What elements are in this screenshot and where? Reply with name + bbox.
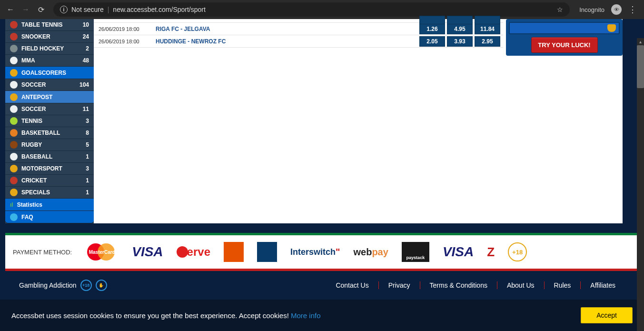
sidebar-item-baseball[interactable]: BASEBALL1 (5, 151, 94, 163)
sidebar-item-specials[interactable]: SPECIALS1 (5, 187, 94, 199)
scroll-up-arrow[interactable]: ▴ (637, 38, 644, 45)
sidebar-item-soccer[interactable]: SOCCER11 (5, 103, 94, 115)
browser-toolbar: ← → ⟳ i Not secure | new.accessbet.com/S… (0, 0, 644, 19)
payment-label: PAYMENT METHOD: (13, 249, 72, 256)
security-label: Not secure (71, 6, 104, 13)
sidebar-item-field-hockey[interactable]: FIELD HOCKEY2 (5, 43, 94, 55)
label: TENNIS (21, 118, 42, 124)
label: BASKETBALL (21, 130, 60, 136)
sidebar-item-rugby[interactable]: RUGBY5 (5, 139, 94, 151)
trophy-icon (10, 93, 18, 101)
match-date: 26/06/2019 18:00 (94, 39, 156, 44)
label: CRICKET (21, 177, 47, 184)
count: 10 (83, 21, 89, 28)
odd-button[interactable]: 11.84 (475, 24, 500, 34)
sport-icon (10, 141, 18, 149)
age-icon[interactable]: +18 (80, 280, 92, 291)
label: RUGBY (21, 141, 42, 148)
more-info-link[interactable]: More info (291, 311, 321, 320)
sport-icon (10, 105, 18, 113)
page: TABLE TENNIS10SNOOKER24FIELD HOCKEY2MMA4… (0, 19, 644, 331)
footer-link-privacy[interactable]: Privacy (379, 281, 420, 289)
count: 24 (83, 33, 89, 40)
ga-label: Gambling Addiction (19, 281, 77, 289)
count: 104 (79, 81, 89, 88)
count: 5 (86, 141, 89, 148)
odd-button[interactable]: 3.93 (447, 36, 473, 47)
star-icon[interactable]: ☆ (557, 6, 563, 13)
count: 1 (86, 189, 89, 196)
payment-methods: PAYMENT METHOD: MasterCard VISA erve Int… (5, 233, 639, 271)
info-icon[interactable]: i (60, 6, 68, 13)
try-luck-button[interactable]: TRY YOUR LUCK! (531, 37, 598, 53)
footer-link-affiliates[interactable]: Affiliates (581, 281, 625, 289)
promo-box (509, 22, 620, 34)
sidebar-item-soccer[interactable]: SOCCER 104 (5, 79, 94, 91)
label: TABLE TENNIS (21, 21, 62, 28)
sidebar: TABLE TENNIS10SNOOKER24FIELD HOCKEY2MMA4… (5, 19, 94, 223)
match-list: 26/06/2019 18:00RIGA FC - JELGAVA1.264.9… (94, 19, 503, 48)
sport-icon (10, 117, 18, 125)
browser-right: Incognito 👁 ⋮ (575, 4, 640, 15)
footer: PAYMENT METHOD: MasterCard VISA erve Int… (0, 233, 644, 300)
sidebar-item-mma[interactable]: MMA48 (5, 55, 94, 67)
promo-panel: TRY YOUR LUCK! (506, 19, 623, 56)
footer-link-terms-conditions[interactable]: Terms & Conditions (420, 281, 497, 289)
sidebar-item-tennis[interactable]: TENNIS3 (5, 115, 94, 127)
label: FAQ (21, 214, 33, 221)
soccer-icon (10, 81, 18, 89)
sport-icon (10, 129, 18, 137)
goalscorer-icon (10, 69, 18, 77)
match-name[interactable]: HUDDINGE - NEWROZ FC (156, 38, 419, 45)
forward-button[interactable]: → (19, 3, 32, 16)
menu-icon[interactable]: ⋮ (628, 4, 636, 15)
odd-button[interactable]: 2.95 (475, 36, 500, 47)
sidebar-faq[interactable]: FAQ (5, 211, 94, 223)
count: 1 (86, 177, 89, 184)
count: 11 (83, 106, 89, 112)
sidebar-item-snooker[interactable]: SNOOKER24 (5, 31, 94, 43)
count: 3 (86, 165, 89, 172)
match-name[interactable]: RIGA FC - JELGAVA (156, 26, 419, 32)
separator: | (108, 6, 109, 13)
back-button[interactable]: ← (4, 3, 17, 16)
sport-icon (10, 189, 18, 196)
sidebar-item-motorsport[interactable]: MOTORSPORT3 (5, 163, 94, 175)
content-container: TABLE TENNIS10SNOOKER24FIELD HOCKEY2MMA4… (5, 19, 623, 223)
hand-icon[interactable]: ✋ (96, 280, 107, 291)
accept-cookies-button[interactable]: Accept (581, 307, 633, 323)
scroll-thumb[interactable] (637, 45, 644, 88)
sport-icon (10, 177, 18, 184)
odd-button[interactable]: 2.05 (419, 36, 445, 47)
sidebar-item-cricket[interactable]: CRICKET1 (5, 175, 94, 187)
incognito-icon[interactable]: 👁 (611, 4, 622, 15)
match-row: 26/06/2019 18:00HUDDINGE - NEWROZ FC2.05… (94, 35, 503, 48)
count: 8 (86, 130, 89, 136)
label: MOTORSPORT (21, 165, 62, 172)
reload-button[interactable]: ⟳ (34, 3, 48, 16)
sidebar-header-antepost[interactable]: ANTEPOST (5, 91, 94, 103)
label: SNOOKER (21, 33, 50, 40)
incognito-label: Incognito (579, 6, 604, 13)
address-bar[interactable]: i Not secure | new.accessbet.com/Sport/s… (53, 2, 570, 17)
sidebar-header-goalscorers[interactable]: GOALSCORERS (5, 67, 94, 79)
verve-logo: erve (177, 243, 210, 261)
sport-icon (10, 165, 18, 172)
footer-link-rules[interactable]: Rules (545, 281, 581, 289)
zenith-logo: Z (487, 243, 495, 261)
match-date: 26/06/2019 18:00 (94, 26, 156, 32)
mastercard-logo: MasterCard (85, 243, 119, 261)
visa-logo-2: VISA (443, 243, 474, 261)
scrollbar[interactable]: ▴ (637, 38, 644, 331)
age-restriction-badge: +18 (508, 242, 527, 261)
sidebar-item-basketball[interactable]: BASKETBALL8 (5, 127, 94, 139)
sidebar-statistics[interactable]: ılStatistics (5, 199, 94, 211)
odd-button[interactable]: 4.95 (447, 24, 473, 34)
footer-link-about-us[interactable]: About Us (497, 281, 545, 289)
count: 1 (86, 153, 89, 160)
sidebar-item-table-tennis[interactable]: TABLE TENNIS10 (5, 19, 94, 31)
odd-button[interactable]: 1.26 (419, 24, 445, 34)
label: FIELD HOCKEY (21, 45, 64, 52)
sport-icon (10, 45, 18, 52)
footer-link-contact-us[interactable]: Contact Us (326, 281, 378, 289)
